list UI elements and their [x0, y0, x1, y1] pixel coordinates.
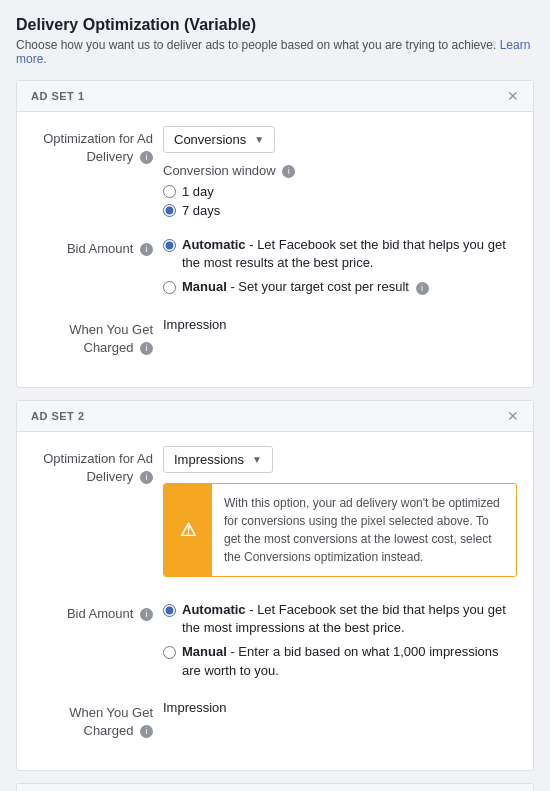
manual-bid-radio-1[interactable] — [163, 281, 176, 294]
ad-set-2-charged-row: When You Get Charged i Impression — [33, 700, 517, 740]
warning-triangle-icon-2: ⚠ — [180, 519, 196, 541]
bid-info-icon-2[interactable]: i — [140, 608, 153, 621]
ad-set-1-bid-label: Bid Amount i — [33, 236, 163, 258]
optimization-info-icon-2[interactable]: i — [140, 471, 153, 484]
page-subtitle: Choose how you want us to deliver ads to… — [16, 38, 534, 66]
conversion-1day-radio[interactable] — [163, 185, 176, 198]
ad-set-2-warning-box: ⚠ With this option, your ad delivery won… — [163, 483, 517, 577]
conversion-7day-radio[interactable] — [163, 204, 176, 217]
page-wrapper: Delivery Optimization (Variable) Choose … — [0, 0, 550, 791]
ad-set-3-card: AD SET 3 ✕ Optimization for Ad Delivery … — [16, 783, 534, 791]
ad-set-1-label: AD SET 1 — [31, 90, 85, 102]
ad-set-2-warning-icon-col: ⚠ — [164, 484, 212, 576]
charged-info-icon-2[interactable]: i — [140, 725, 153, 738]
ad-set-1-automatic-bid: Automatic - Let Facebook set the bid tha… — [163, 236, 517, 272]
conversion-7day-option: 7 days — [163, 203, 517, 218]
ad-set-2-label: AD SET 2 — [31, 410, 85, 422]
ad-set-1-close-button[interactable]: ✕ — [507, 89, 519, 103]
ad-set-3-header: AD SET 3 ✕ — [17, 784, 533, 791]
optimization-info-icon-1[interactable]: i — [140, 151, 153, 164]
conversion-window-1: Conversion window i 1 day 7 days — [163, 163, 517, 218]
manual-bid-info-icon-1[interactable]: i — [416, 282, 429, 295]
ad-set-1-charged-row: When You Get Charged i Impression — [33, 317, 517, 357]
dropdown-arrow-2: ▼ — [252, 454, 262, 465]
ad-set-2-optimization-label: Optimization for Ad Delivery i — [33, 446, 163, 486]
ad-set-1-optimization-dropdown[interactable]: Conversions ▼ — [163, 126, 275, 153]
ad-set-2-warning-box-wrapper: ⚠ With this option, your ad delivery won… — [163, 483, 517, 577]
ad-set-2-close-button[interactable]: ✕ — [507, 409, 519, 423]
ad-set-1-header: AD SET 1 ✕ — [17, 81, 533, 112]
dropdown-arrow-1: ▼ — [254, 134, 264, 145]
ad-set-2-card: AD SET 2 ✕ Optimization for Ad Delivery … — [16, 400, 534, 771]
ad-set-1-optimization-label: Optimization for Ad Delivery i — [33, 126, 163, 166]
ad-set-2-optimization-dropdown[interactable]: Impressions ▼ — [163, 446, 273, 473]
ad-set-1-bid-content: Automatic - Let Facebook set the bid tha… — [163, 236, 517, 303]
ad-set-2-bid-row: Bid Amount i Automatic - Let Facebook se… — [33, 601, 517, 686]
ad-set-1-charged-content: Impression — [163, 317, 517, 332]
ad-set-1-optimization-content: Conversions ▼ Conversion window i 1 day — [163, 126, 517, 222]
ad-set-1-charged-label: When You Get Charged i — [33, 317, 163, 357]
manual-bid-radio-2[interactable] — [163, 646, 176, 659]
ad-set-2-bid-label: Bid Amount i — [33, 601, 163, 623]
charged-info-icon-1[interactable]: i — [140, 342, 153, 355]
subtitle-text: Choose how you want us to deliver ads to… — [16, 38, 496, 52]
ad-set-2-automatic-bid: Automatic - Let Facebook set the bid tha… — [163, 601, 517, 637]
conversion-window-info-icon[interactable]: i — [282, 165, 295, 178]
ad-set-2-header: AD SET 2 ✕ — [17, 401, 533, 432]
bid-info-icon-1[interactable]: i — [140, 243, 153, 256]
page-title: Delivery Optimization (Variable) — [16, 16, 534, 34]
conversion-1day-option: 1 day — [163, 184, 517, 199]
ad-set-1-card: AD SET 1 ✕ Optimization for Ad Delivery … — [16, 80, 534, 388]
ad-set-2-body: Optimization for Ad Delivery i Impressio… — [17, 432, 533, 770]
ad-set-2-optimization-row: Optimization for Ad Delivery i Impressio… — [33, 446, 517, 587]
automatic-bid-radio-2[interactable] — [163, 604, 176, 617]
ad-set-1-bid-row: Bid Amount i Automatic - Let Facebook se… — [33, 236, 517, 303]
ad-set-1-manual-bid: Manual - Set your target cost per result… — [163, 278, 517, 296]
ad-set-2-warning-text: With this option, your ad delivery won't… — [212, 484, 516, 576]
ad-set-2-bid-content: Automatic - Let Facebook set the bid tha… — [163, 601, 517, 686]
ad-set-2-charged-label: When You Get Charged i — [33, 700, 163, 740]
ad-set-1-body: Optimization for Ad Delivery i Conversio… — [17, 112, 533, 387]
automatic-bid-radio-1[interactable] — [163, 239, 176, 252]
ad-set-1-optimization-row: Optimization for Ad Delivery i Conversio… — [33, 126, 517, 222]
conversion-window-label-1: Conversion window i — [163, 163, 517, 178]
ad-set-2-optimization-content: Impressions ▼ ⚠ With this option, your a… — [163, 446, 517, 587]
ad-set-2-charged-content: Impression — [163, 700, 517, 715]
ad-set-2-manual-bid: Manual - Enter a bid based on what 1,000… — [163, 643, 517, 679]
